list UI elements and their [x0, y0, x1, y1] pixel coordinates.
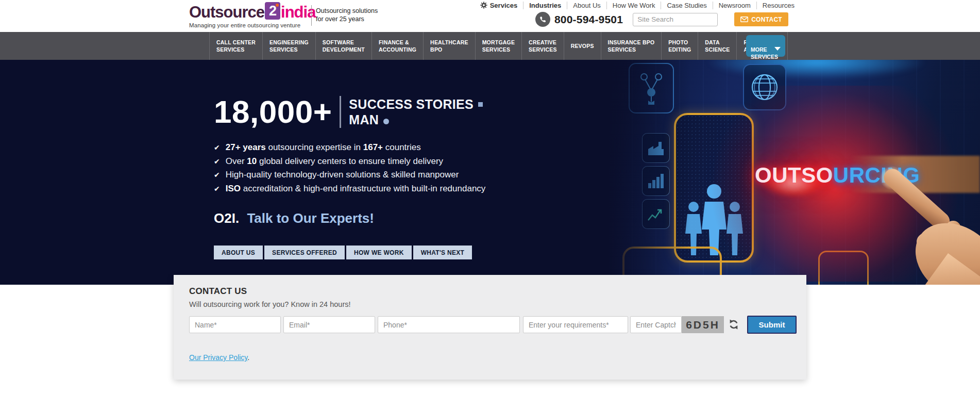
check-icon: ✔ — [214, 157, 220, 166]
privacy-row: Our Privacy Policy. — [189, 353, 249, 362]
utility-nav-newsroom[interactable]: Newsroom — [713, 2, 756, 9]
requirements-field[interactable] — [523, 316, 628, 333]
utility-nav-services[interactable]: Services — [475, 2, 523, 9]
hero-bullet: ✔Over 10 global delivery centers to ensu… — [214, 155, 575, 169]
typing-cursor-dot — [383, 119, 389, 124]
hero-content: 18,000+ SUCCESS STORIES MAN ✔27+ years o… — [214, 96, 483, 128]
logo-badge-2: 2 — [265, 2, 280, 20]
hero-bullet: ✔High-quality technology-driven solution… — [214, 168, 575, 182]
logo-divider — [311, 5, 312, 26]
logo-orange-dot — [276, 4, 279, 7]
stat-line-2: MAN — [349, 112, 483, 127]
captcha-field[interactable] — [630, 316, 682, 333]
email-field[interactable] — [283, 316, 375, 333]
check-icon: ✔ — [214, 185, 220, 193]
logo-word-india: india — [281, 4, 315, 20]
logo-subtitle-line2: for over 25 years — [316, 15, 378, 23]
nav-item-photo-editing[interactable]: PHOTO EDITING — [662, 32, 698, 60]
hero-button-services-offered[interactable]: SERVICES OFFERED — [264, 246, 345, 259]
hero-image-blue-glow — [706, 60, 927, 79]
utility-nav: ServicesIndustriesAbout UsHow We WorkCas… — [475, 1, 800, 10]
pointing-hand — [876, 166, 980, 285]
contact-us-panel: CONTACT US Will outsourcing work for you… — [174, 275, 806, 380]
phone-number: 800-594-9501 — [554, 13, 623, 26]
cta-text: Talk to Our Experts! — [247, 210, 374, 226]
site-header: Outsource 2 india Managing your entire o… — [0, 0, 980, 32]
nav-item-creative-services[interactable]: CREATIVE SERVICES — [522, 32, 564, 60]
hero-cta: O2I. Talk to Our Experts! — [214, 210, 374, 226]
hero-button-how-we-work[interactable]: HOW WE WORK — [346, 246, 412, 259]
logo-tagline: Managing your entire outsourcing venture — [189, 22, 315, 28]
utility-nav-industries[interactable]: Industries — [523, 2, 567, 9]
hero-bullet: ✔ISO accreditation & high-end infrastruc… — [214, 182, 575, 196]
nav-item-engineering-services[interactable]: ENGINEERING SERVICES — [263, 32, 316, 60]
utility-nav-about-us[interactable]: About Us — [567, 2, 606, 9]
logo-subtitle-line1: Outsourcing solutions — [316, 7, 378, 15]
nav-item-mortgage-services[interactable]: MORTGAGE SERVICES — [476, 32, 522, 60]
nav-item-insurance-bpo-services[interactable]: INSURANCE BPO SERVICES — [601, 32, 662, 60]
phone-icon — [535, 12, 550, 27]
utility-nav-resources[interactable]: Resources — [756, 2, 800, 9]
page: Outsource 2 india Managing your entire o… — [0, 0, 980, 409]
phone-field[interactable] — [378, 316, 520, 333]
hero-button-what-s-next[interactable]: WHAT'S NEXT — [413, 246, 472, 259]
hero-buttons: ABOUT USSERVICES OFFEREDHOW WE WORKWHAT'… — [214, 246, 472, 259]
contact-subtitle: Will outsourcing work for you? Know in 2… — [189, 300, 351, 308]
nav-item-software-development[interactable]: SOFTWARE DEVELOPMENT — [316, 32, 372, 60]
hero-stats: 18,000+ SUCCESS STORIES MAN — [214, 96, 483, 128]
contact-form: 6D5H Submit — [189, 316, 797, 334]
hero-bullet: ✔27+ years outsourcing expertise in 167+… — [214, 141, 575, 155]
captcha-image: 6D5H — [682, 316, 724, 333]
utility-nav-case-studies[interactable]: Case Studies — [661, 2, 712, 9]
check-icon: ✔ — [214, 171, 220, 179]
main-nav: CALL CENTER SERVICESENGINEERING SERVICES… — [0, 32, 980, 60]
phone-row: 800-594-9501 CONTACT — [535, 12, 788, 27]
hero-bullets: ✔27+ years outsourcing expertise in 167+… — [214, 141, 575, 195]
hero-button-about-us[interactable]: ABOUT US — [214, 246, 263, 259]
logo-subtitle: Outsourcing solutions for over 25 years — [316, 7, 378, 24]
chevron-down-icon — [774, 47, 781, 51]
logo-wordmark: Outsource 2 india — [189, 3, 315, 21]
hero-image: OUTSOURCING — [608, 60, 980, 285]
nav-item-data-science[interactable]: DATA SCIENCE — [698, 32, 737, 60]
privacy-suffix: . — [247, 353, 249, 362]
logo-word-outsource: Outsource — [189, 4, 264, 20]
utility-nav-how-we-work[interactable]: How We Work — [606, 2, 661, 9]
nav-item-healthcare-bpo[interactable]: HEALTHCARE BPO — [424, 32, 476, 60]
hero-image-left-fade — [608, 60, 690, 285]
contact-button[interactable]: CONTACT — [734, 12, 788, 26]
nav-item-finance-accounting[interactable]: FINANCE & ACCOUNTING — [372, 32, 424, 60]
main-nav-items: CALL CENTER SERVICESENGINEERING SERVICES… — [209, 32, 788, 60]
stat-lines: SUCCESS STORIES MAN — [340, 96, 483, 128]
site-search-input[interactable] — [633, 13, 718, 26]
stat-line-1: SUCCESS STORIES — [349, 96, 483, 112]
typing-cursor-square — [478, 102, 483, 107]
nav-item-call-center-services[interactable]: CALL CENTER SERVICES — [209, 32, 263, 60]
logo[interactable]: Outsource 2 india Managing your entire o… — [189, 3, 315, 28]
cta-prefix: O2I. — [214, 210, 239, 226]
submit-button[interactable]: Submit — [747, 316, 797, 334]
stat-number: 18,000+ — [214, 96, 332, 128]
refresh-icon — [729, 319, 739, 330]
name-field[interactable] — [189, 316, 281, 333]
check-icon: ✔ — [214, 143, 220, 152]
captcha-refresh-button[interactable] — [728, 318, 740, 331]
privacy-policy-link[interactable]: Our Privacy Policy — [189, 353, 247, 362]
envelope-icon — [740, 17, 748, 22]
more-services-button[interactable]: MORE SERVICES — [746, 35, 785, 57]
hero-section: OUTSOURCING 18,000+ — [0, 60, 980, 285]
gear-icon — [480, 2, 487, 9]
nav-item-revops[interactable]: REVOPS — [564, 32, 601, 60]
contact-title: CONTACT US — [189, 286, 247, 297]
